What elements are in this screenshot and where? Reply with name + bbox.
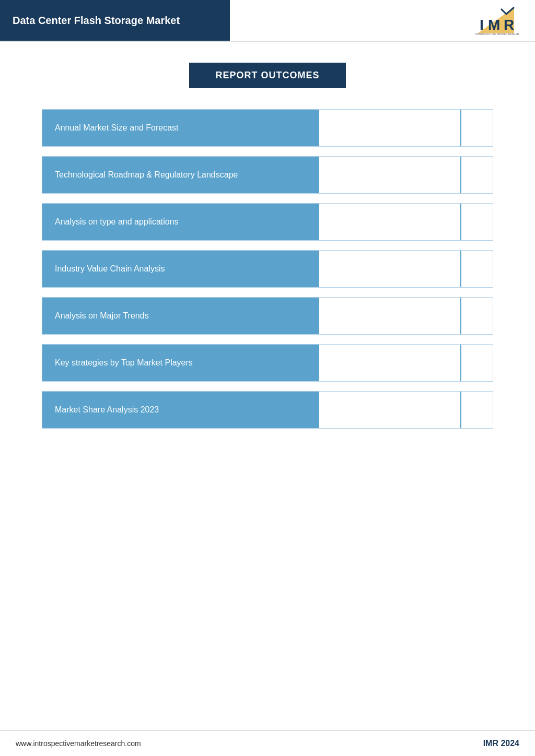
outcome-label-market-share: Market Share Analysis 2023 bbox=[42, 392, 319, 428]
report-outcomes-badge: REPORT OUTCOMES bbox=[189, 63, 345, 88]
outcome-right-major-trends bbox=[319, 298, 493, 334]
outcome-row-annual-market: Annual Market Size and Forecast bbox=[42, 109, 493, 147]
footer-brand: IMR 2024 bbox=[483, 739, 519, 748]
outcome-label-top-players: Key strategies by Top Market Players bbox=[42, 345, 319, 381]
outcome-card-tech-roadmap: Technological Roadmap & Regulatory Lands… bbox=[42, 156, 493, 194]
outcome-label-major-trends: Analysis on Major Trends bbox=[42, 298, 319, 334]
outcome-right-top-players bbox=[319, 345, 493, 381]
page-header: Data Center Flash Storage Market I M R I… bbox=[0, 0, 535, 42]
outcome-card-type-applications: Analysis on type and applications bbox=[42, 203, 493, 241]
svg-text:I: I bbox=[480, 17, 484, 33]
outcome-card-market-share: Market Share Analysis 2023 bbox=[42, 391, 493, 429]
outcome-label-value-chain: Industry Value Chain Analysis bbox=[42, 251, 319, 287]
outcome-right-tech-roadmap bbox=[319, 157, 493, 193]
outcome-row-type-applications: Analysis on type and applications bbox=[42, 203, 493, 241]
outcomes-list: Annual Market Size and Forecast Technolo… bbox=[42, 109, 493, 438]
header-title-bar: Data Center Flash Storage Market bbox=[0, 0, 230, 41]
outcome-label-tech-roadmap: Technological Roadmap & Regulatory Lands… bbox=[42, 157, 319, 193]
footer-url: www.introspectivemarketresearch.com bbox=[16, 739, 141, 748]
outcome-row-value-chain: Industry Value Chain Analysis bbox=[42, 250, 493, 288]
outcome-row-major-trends: Analysis on Major Trends bbox=[42, 297, 493, 335]
header-logo-area: I M R INTROSPECTIVE MARKET RESEARCH bbox=[230, 0, 535, 41]
outcome-row-top-players: Key strategies by Top Market Players bbox=[42, 344, 493, 382]
svg-text:R: R bbox=[504, 17, 514, 33]
outcome-label-type-applications: Analysis on type and applications bbox=[42, 204, 319, 240]
svg-text:M: M bbox=[488, 17, 500, 33]
outcome-row-tech-roadmap: Technological Roadmap & Regulatory Lands… bbox=[42, 156, 493, 194]
outcome-right-type-applications bbox=[319, 204, 493, 240]
outcome-card-top-players: Key strategies by Top Market Players bbox=[42, 344, 493, 382]
report-outcomes-header: REPORT OUTCOMES bbox=[42, 63, 493, 88]
svg-text:INTROSPECTIVE MARKET RESEARCH: INTROSPECTIVE MARKET RESEARCH bbox=[475, 32, 519, 36]
outcome-card-value-chain: Industry Value Chain Analysis bbox=[42, 250, 493, 288]
main-content: REPORT OUTCOMES Annual Market Size and F… bbox=[0, 42, 535, 469]
imr-logo-svg: I M R INTROSPECTIVE MARKET RESEARCH bbox=[472, 5, 519, 36]
outcome-card-major-trends: Analysis on Major Trends bbox=[42, 297, 493, 335]
outcome-label-annual-market: Annual Market Size and Forecast bbox=[42, 110, 319, 146]
report-outcomes-label: REPORT OUTCOMES bbox=[215, 70, 319, 80]
outcome-right-annual-market bbox=[319, 110, 493, 146]
outcome-row-market-share: Market Share Analysis 2023 bbox=[42, 391, 493, 429]
outcome-right-market-share bbox=[319, 392, 493, 428]
outcome-card-annual-market: Annual Market Size and Forecast bbox=[42, 109, 493, 147]
page-title: Data Center Flash Storage Market bbox=[13, 15, 180, 27]
page-footer: www.introspectivemarketresearch.com IMR … bbox=[0, 730, 535, 756]
imr-logo: I M R INTROSPECTIVE MARKET RESEARCH bbox=[472, 5, 519, 36]
outcome-right-value-chain bbox=[319, 251, 493, 287]
